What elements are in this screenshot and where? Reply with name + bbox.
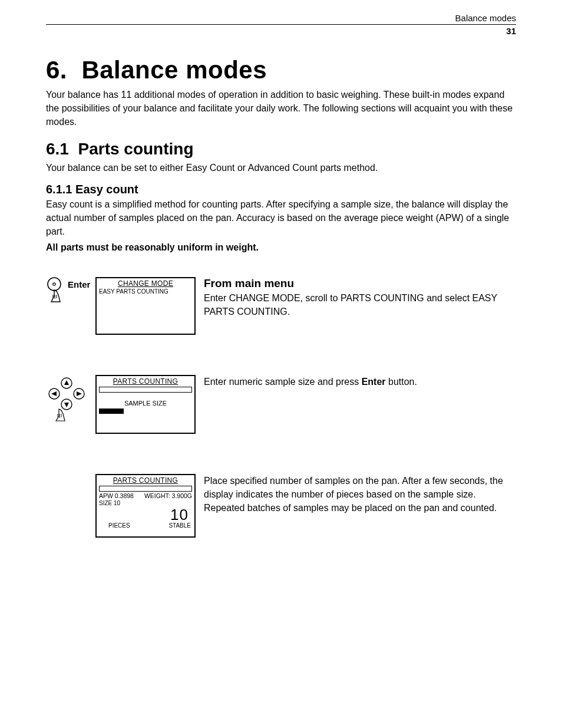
lcd-title: CHANGE MODE [97, 278, 194, 288]
lcd-input-cursor [99, 409, 124, 414]
svg-marker-3 [64, 380, 69, 385]
chapter-title: Balance modes [81, 56, 267, 84]
lcd-title: PARTS COUNTING [97, 376, 194, 386]
lcd-progress-bar [99, 387, 192, 393]
lcd-display: CHANGE MODE EASY PARTS COUNTING [95, 277, 196, 335]
svg-point-0 [48, 278, 61, 291]
svg-marker-7 [77, 391, 82, 396]
svg-point-1 [53, 282, 55, 285]
lcd-frame: CHANGE MODE EASY PARTS COUNTING [95, 277, 196, 335]
page-number: 31 [46, 26, 516, 36]
lcd-display: PARTS COUNTING SAMPLE SIZE [95, 375, 196, 434]
lcd-title: PARTS COUNTING [97, 475, 194, 485]
icon-label: Enter [68, 279, 90, 289]
lcd-progress-bar [99, 486, 192, 492]
chapter-number: 6. [46, 56, 67, 84]
step-text: Enter numeric sample size and press Ente… [204, 375, 516, 388]
step-icon-col [46, 375, 87, 424]
step-body: Enter CHANGE MODE, scroll to PARTS COUNT… [204, 291, 516, 318]
lcd-frame: PARTS COUNTING SAMPLE SIZE [95, 375, 196, 434]
step-row: PARTS COUNTING APW 0.3898 WEIGHT: 3.900G… [46, 474, 516, 538]
lcd-info-row: APW 0.3898 WEIGHT: 3.900G [97, 492, 194, 500]
step-row: PARTS COUNTING SAMPLE SIZE Enter numeric… [46, 375, 516, 434]
subsection-note: All parts must be reasonably uniform in … [46, 241, 516, 254]
running-head: Balance modes [46, 13, 516, 24]
lcd-frame: PARTS COUNTING APW 0.3898 WEIGHT: 3.900G… [95, 474, 196, 538]
lcd-weight: WEIGHT: 3.900G [144, 492, 192, 500]
lcd-status: STABLE [168, 522, 191, 529]
lcd-bottom-row: PIECES STABLE [97, 522, 194, 531]
chapter-heading: 6. Balance modes [46, 56, 516, 84]
section-heading: 6.1 Parts counting [46, 140, 516, 159]
lcd-apw: APW 0.3898 [99, 492, 134, 500]
section-intro: Your balance can be set to either Easy C… [46, 161, 516, 174]
subsection-body: Easy count is a simplified method for co… [46, 197, 516, 239]
subsection-title: Easy count [75, 183, 138, 196]
svg-marker-9 [64, 403, 69, 407]
subsection-number: 6.1.1 [46, 183, 72, 196]
section-number: 6.1 [46, 140, 69, 158]
step-heading: From main menu [204, 277, 516, 290]
running-head-text: Balance modes [455, 13, 516, 23]
press-button-icon [46, 277, 66, 305]
document-page: Balance modes 31 6. Balance modes Your b… [0, 0, 562, 728]
step-text: From main menu Enter CHANGE MODE, scroll… [204, 277, 516, 318]
section-title: Parts counting [78, 140, 194, 158]
lcd-unit: PIECES [108, 522, 130, 529]
lcd-center-label: SAMPLE SIZE [97, 400, 194, 407]
step-text: Place specified number of samples on the… [204, 474, 516, 515]
header-rule [46, 24, 516, 25]
lcd-display: PARTS COUNTING APW 0.3898 WEIGHT: 3.900G… [95, 474, 196, 538]
subsection-heading: 6.1.1 Easy count [46, 183, 516, 196]
step-icon-col: Enter [46, 277, 87, 305]
enter-button-icon: Enter [46, 277, 87, 305]
lcd-line1: EASY PARTS COUNTING [97, 288, 194, 295]
dpad-icon [46, 375, 87, 422]
step-row: Enter CHANGE MODE EASY PARTS COUNTING Fr… [46, 277, 516, 335]
svg-marker-5 [51, 391, 57, 396]
chapter-intro: Your balance has 11 additional modes of … [46, 88, 516, 129]
step-body: Place specified number of samples on the… [204, 474, 516, 515]
lcd-count: 10 [97, 507, 194, 522]
step-body: Enter numeric sample size and press Ente… [204, 375, 516, 388]
